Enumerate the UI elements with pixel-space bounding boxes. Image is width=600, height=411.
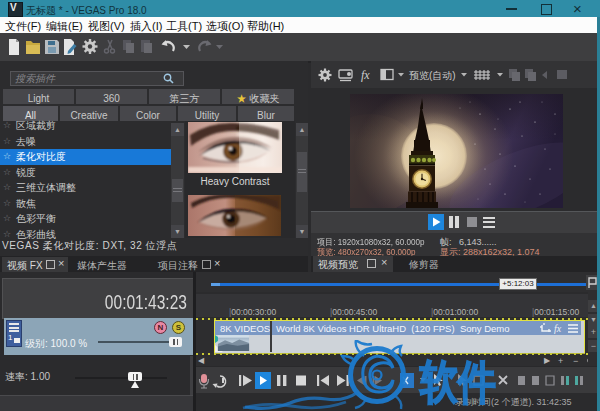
svg-text:预览(自动): 预览(自动) (409, 70, 456, 81)
svg-text:软件: 软件 (419, 356, 496, 408)
svg-text:fx: fx (361, 68, 370, 82)
svg-text:fx: fx (554, 323, 562, 334)
